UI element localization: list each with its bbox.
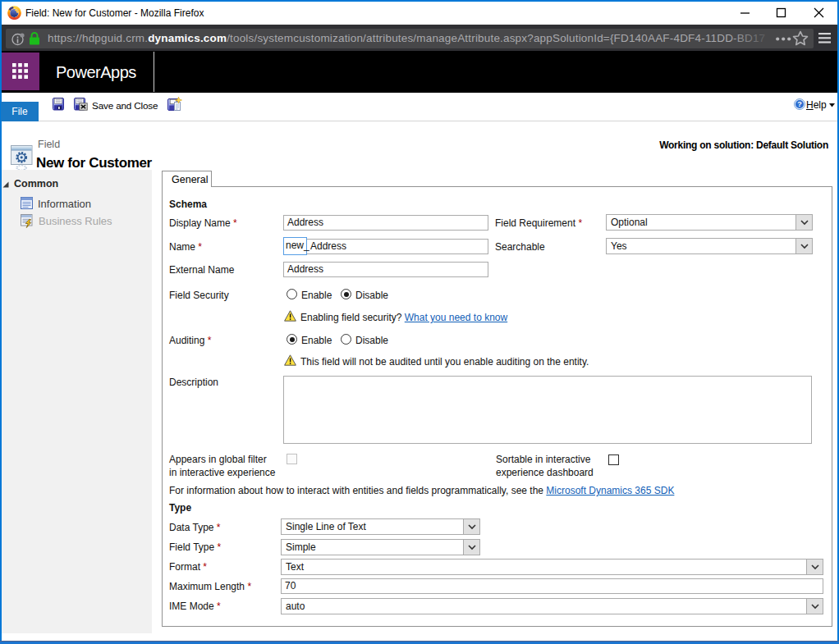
svg-text:?: ? [797, 100, 802, 108]
